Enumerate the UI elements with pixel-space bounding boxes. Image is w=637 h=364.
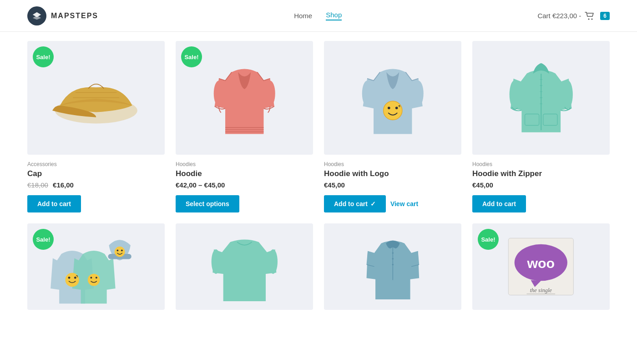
- product-grid: Sale! Accessories Cap €18,00 €16,00 Add …: [27, 41, 610, 212]
- svg-point-22: [509, 81, 520, 109]
- price-single-hoodie-zipper: €45,00: [472, 181, 493, 189]
- product-name-hoodie-zipper: Hoodie with Zipper: [472, 169, 610, 178]
- hoodie-illustration: [193, 55, 296, 141]
- svg-point-9: [362, 81, 373, 106]
- sale-badge-cap: Sale!: [33, 46, 54, 67]
- select-options-hoodie[interactable]: Select options: [176, 195, 239, 212]
- product-card-hoodie-zipper: Hoodies Hoodie with Zipper €45,00 Add to…: [472, 41, 610, 212]
- logo-area[interactable]: MAPSTEPS: [27, 6, 98, 25]
- product-image-cap: Sale!: [27, 41, 165, 155]
- product-card-bottom-1: Sale!: [27, 223, 165, 310]
- svg-point-30: [96, 277, 97, 278]
- add-to-cart-hoodie-zipper[interactable]: Add to cart: [472, 195, 526, 212]
- sale-badge-bottom-4: Sale!: [478, 229, 499, 250]
- svg-point-8: [265, 81, 275, 106]
- price-new-cap: €16,00: [53, 181, 74, 189]
- logo-text: MAPSTEPS: [51, 12, 98, 20]
- svg-text:the single: the single: [530, 287, 552, 293]
- svg-point-32: [117, 249, 119, 251]
- view-cart-link[interactable]: View cart: [390, 200, 418, 207]
- svg-point-2: [588, 18, 590, 20]
- hoodie-zipper-illustration: [490, 55, 593, 141]
- product-image-bottom-3: [324, 223, 461, 310]
- cart-icon: [585, 12, 595, 20]
- product-card-hoodie-logo: Hoodies Hoodie with Logo €45,00 Add to c…: [324, 41, 461, 212]
- logo-icon: [27, 6, 46, 25]
- product-card-bottom-4: Sale! woo the single: [472, 223, 610, 310]
- product-image-hoodie-logo: [324, 41, 461, 155]
- product-name-hoodie: Hoodie: [176, 169, 313, 178]
- product-category-hoodie-zipper: Hoodies: [472, 161, 610, 167]
- cart-area[interactable]: Cart €223,00 - 6: [537, 12, 610, 20]
- svg-point-13: [395, 107, 398, 110]
- svg-point-37: [392, 253, 393, 254]
- add-to-cart-hoodie-logo[interactable]: Add to cart ✓: [324, 195, 386, 212]
- product-image-bottom-4: Sale! woo the single: [472, 223, 610, 310]
- product-price-hoodie-zipper: €45,00: [472, 181, 610, 189]
- product-category-cap: Accessories: [27, 161, 165, 167]
- main-nav: Home Shop: [294, 11, 342, 20]
- svg-point-35: [268, 249, 278, 274]
- product-grid-bottom: Sale!: [27, 223, 610, 310]
- cart-label: Cart €223,00 -: [537, 12, 581, 20]
- svg-point-11: [383, 101, 402, 120]
- svg-text:woo: woo: [527, 255, 555, 271]
- svg-point-38: [392, 258, 393, 259]
- svg-marker-1: [33, 15, 41, 20]
- price-old-cap: €18,00: [27, 181, 48, 189]
- svg-point-10: [413, 81, 424, 106]
- svg-point-23: [562, 81, 572, 109]
- longsleeve-illustration: [186, 230, 303, 303]
- product-card-bottom-2: [176, 223, 313, 310]
- checkmark-icon: ✓: [370, 200, 376, 207]
- product-name-hoodie-logo: Hoodie with Logo: [324, 169, 461, 178]
- product-card-hoodie: Sale! Hoodies: [176, 41, 313, 212]
- product-price-cap: €18,00 €16,00: [27, 181, 165, 189]
- nav-shop[interactable]: Shop: [326, 11, 342, 20]
- hoodie-logo-illustration: [341, 55, 445, 141]
- site-header: MAPSTEPS Home Shop Cart €223,00 - 6: [0, 0, 637, 32]
- product-category-hoodie-logo: Hoodies: [324, 161, 461, 167]
- svg-point-34: [211, 249, 220, 274]
- cap-illustration: [45, 55, 148, 141]
- product-image-bottom-1: Sale!: [27, 223, 165, 310]
- add-to-cart-cap[interactable]: Add to cart: [27, 195, 81, 212]
- cart-action-area: Add to cart ✓ View cart: [324, 195, 461, 212]
- product-image-hoodie-zipper: [472, 41, 610, 155]
- product-card-cap: Sale! Accessories Cap €18,00 €16,00 Add …: [27, 41, 165, 212]
- product-category-hoodie: Hoodies: [176, 161, 313, 167]
- svg-point-12: [388, 107, 390, 110]
- product-image-hoodie: Sale!: [176, 41, 313, 155]
- svg-point-39: [392, 264, 393, 265]
- product-image-bottom-2: [176, 223, 313, 310]
- woo-illustration: woo the single: [486, 232, 596, 301]
- svg-point-29: [91, 277, 92, 278]
- sale-badge-hoodie: Sale!: [181, 46, 202, 67]
- svg-point-3: [592, 18, 593, 20]
- svg-point-27: [74, 276, 76, 278]
- svg-point-33: [121, 249, 123, 251]
- polo-illustration: [334, 230, 451, 303]
- svg-point-26: [68, 276, 71, 278]
- svg-point-25: [66, 273, 79, 286]
- product-card-bottom-3: [324, 223, 461, 310]
- cart-count: 6: [600, 12, 610, 20]
- svg-point-28: [88, 273, 100, 286]
- product-name-cap: Cap: [27, 169, 165, 178]
- nav-home[interactable]: Home: [294, 12, 312, 20]
- product-price-hoodie-logo: €45,00: [324, 181, 461, 189]
- price-range-hoodie: €42,00 – €45,00: [176, 181, 225, 189]
- main-content: Sale! Accessories Cap €18,00 €16,00 Add …: [0, 32, 637, 328]
- sale-badge-bottom-1: Sale!: [33, 229, 54, 250]
- price-single-hoodie-logo: €45,00: [324, 181, 345, 189]
- svg-point-7: [214, 81, 224, 106]
- product-price-hoodie: €42,00 – €45,00: [176, 181, 313, 189]
- svg-point-31: [115, 246, 125, 257]
